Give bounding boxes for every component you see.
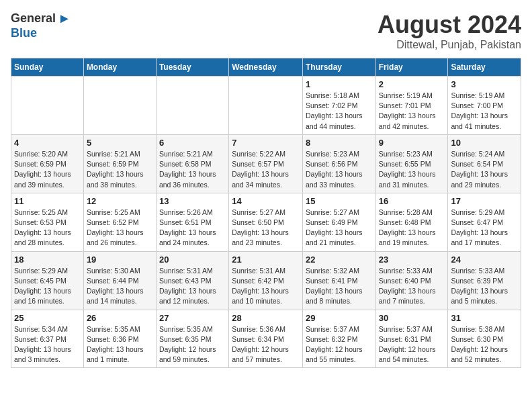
day-info: Sunrise: 5:35 AM Sunset: 6:35 PM Dayligh… (159, 324, 226, 365)
day-number: 20 (159, 255, 226, 265)
calendar-day-cell: 1Sunrise: 5:18 AM Sunset: 7:02 PM Daylig… (302, 77, 375, 135)
day-number: 11 (14, 196, 81, 206)
day-info: Sunrise: 5:29 AM Sunset: 6:47 PM Dayligh… (451, 208, 518, 248)
day-number: 25 (14, 313, 81, 323)
day-number: 6 (159, 138, 226, 148)
calendar-day-cell: 4Sunrise: 5:20 AM Sunset: 6:59 PM Daylig… (11, 134, 84, 193)
day-number: 9 (379, 138, 445, 148)
day-number: 16 (379, 196, 445, 206)
day-info: Sunrise: 5:21 AM Sunset: 6:59 PM Dayligh… (87, 149, 153, 190)
logo-blue-text: Blue (11, 26, 37, 40)
calendar-day-cell: 22Sunrise: 5:32 AM Sunset: 6:41 PM Dayli… (302, 251, 375, 310)
day-number: 23 (379, 255, 445, 265)
day-number: 3 (451, 79, 518, 89)
day-info: Sunrise: 5:20 AM Sunset: 6:59 PM Dayligh… (14, 149, 81, 190)
calendar-day-cell: 11Sunrise: 5:25 AM Sunset: 6:53 PM Dayli… (11, 193, 84, 251)
day-number: 28 (232, 313, 300, 323)
calendar-day-cell: 10Sunrise: 5:24 AM Sunset: 6:54 PM Dayli… (448, 134, 521, 193)
calendar-day-cell: 31Sunrise: 5:38 AM Sunset: 6:30 PM Dayli… (448, 310, 521, 368)
day-info: Sunrise: 5:26 AM Sunset: 6:51 PM Dayligh… (159, 208, 226, 248)
calendar-day-cell: 28Sunrise: 5:36 AM Sunset: 6:34 PM Dayli… (229, 310, 303, 368)
day-info: Sunrise: 5:27 AM Sunset: 6:49 PM Dayligh… (306, 208, 373, 248)
day-info: Sunrise: 5:23 AM Sunset: 6:56 PM Dayligh… (306, 149, 373, 190)
calendar-day-cell: 27Sunrise: 5:35 AM Sunset: 6:35 PM Dayli… (156, 310, 228, 368)
day-number: 26 (87, 313, 153, 323)
calendar-day-cell: 9Sunrise: 5:23 AM Sunset: 6:55 PM Daylig… (375, 134, 448, 193)
day-info: Sunrise: 5:36 AM Sunset: 6:34 PM Dayligh… (232, 324, 300, 365)
day-info: Sunrise: 5:33 AM Sunset: 6:40 PM Dayligh… (379, 266, 445, 307)
day-number: 29 (306, 313, 373, 323)
day-number: 2 (379, 79, 445, 89)
calendar-week-row: 11Sunrise: 5:25 AM Sunset: 6:53 PM Dayli… (11, 193, 521, 251)
day-number: 7 (232, 138, 300, 148)
calendar-table: Sunday Monday Tuesday Wednesday Thursday… (11, 58, 521, 368)
day-info: Sunrise: 5:22 AM Sunset: 6:57 PM Dayligh… (232, 149, 300, 190)
day-info: Sunrise: 5:29 AM Sunset: 6:45 PM Dayligh… (14, 266, 81, 307)
day-number: 15 (306, 196, 373, 206)
location: Dittewal, Punjab, Pakistan (378, 39, 521, 51)
day-number: 10 (451, 138, 518, 148)
calendar-week-row: 25Sunrise: 5:34 AM Sunset: 6:37 PM Dayli… (11, 310, 521, 368)
day-info: Sunrise: 5:18 AM Sunset: 7:02 PM Dayligh… (306, 91, 373, 132)
calendar-header-row: Sunday Monday Tuesday Wednesday Thursday… (11, 58, 521, 77)
calendar-day-cell: 3Sunrise: 5:19 AM Sunset: 7:00 PM Daylig… (448, 77, 521, 135)
page-header: General ► Blue August 2024 Dittewal, Pun… (11, 11, 521, 51)
calendar-day-cell (11, 77, 84, 135)
day-number: 22 (306, 255, 373, 265)
day-info: Sunrise: 5:35 AM Sunset: 6:36 PM Dayligh… (87, 324, 153, 365)
day-number: 31 (451, 313, 518, 323)
day-number: 30 (379, 313, 445, 323)
header-sunday: Sunday (11, 58, 84, 77)
calendar-day-cell: 25Sunrise: 5:34 AM Sunset: 6:37 PM Dayli… (11, 310, 84, 368)
header-wednesday: Wednesday (229, 58, 303, 77)
calendar-day-cell: 18Sunrise: 5:29 AM Sunset: 6:45 PM Dayli… (11, 251, 84, 310)
day-info: Sunrise: 5:37 AM Sunset: 6:32 PM Dayligh… (306, 324, 373, 365)
logo-general: General (11, 11, 56, 26)
day-number: 27 (159, 313, 226, 323)
calendar-day-cell: 6Sunrise: 5:21 AM Sunset: 6:58 PM Daylig… (156, 134, 228, 193)
calendar-day-cell: 7Sunrise: 5:22 AM Sunset: 6:57 PM Daylig… (229, 134, 303, 193)
calendar-day-cell (83, 77, 156, 135)
calendar-week-row: 4Sunrise: 5:20 AM Sunset: 6:59 PM Daylig… (11, 134, 521, 193)
calendar-day-cell: 29Sunrise: 5:37 AM Sunset: 6:32 PM Dayli… (302, 310, 375, 368)
day-info: Sunrise: 5:38 AM Sunset: 6:30 PM Dayligh… (451, 324, 518, 365)
day-number: 24 (451, 255, 518, 265)
day-number: 14 (232, 196, 300, 206)
calendar-day-cell: 15Sunrise: 5:27 AM Sunset: 6:49 PM Dayli… (302, 193, 375, 251)
day-info: Sunrise: 5:31 AM Sunset: 6:42 PM Dayligh… (232, 266, 300, 307)
calendar-day-cell: 16Sunrise: 5:28 AM Sunset: 6:48 PM Dayli… (375, 193, 448, 251)
day-info: Sunrise: 5:32 AM Sunset: 6:41 PM Dayligh… (306, 266, 373, 307)
calendar-day-cell: 14Sunrise: 5:27 AM Sunset: 6:50 PM Dayli… (229, 193, 303, 251)
day-info: Sunrise: 5:30 AM Sunset: 6:44 PM Dayligh… (87, 266, 153, 307)
header-tuesday: Tuesday (156, 58, 228, 77)
header-thursday: Thursday (302, 58, 375, 77)
day-info: Sunrise: 5:21 AM Sunset: 6:58 PM Dayligh… (159, 149, 226, 190)
calendar-day-cell: 5Sunrise: 5:21 AM Sunset: 6:59 PM Daylig… (83, 134, 156, 193)
day-number: 19 (87, 255, 153, 265)
calendar-day-cell: 12Sunrise: 5:25 AM Sunset: 6:52 PM Dayli… (83, 193, 156, 251)
day-info: Sunrise: 5:25 AM Sunset: 6:53 PM Dayligh… (14, 208, 81, 248)
calendar-day-cell: 8Sunrise: 5:23 AM Sunset: 6:56 PM Daylig… (302, 134, 375, 193)
day-info: Sunrise: 5:24 AM Sunset: 6:54 PM Dayligh… (451, 149, 518, 190)
day-number: 5 (87, 138, 153, 148)
day-number: 12 (87, 196, 153, 206)
calendar-day-cell: 17Sunrise: 5:29 AM Sunset: 6:47 PM Dayli… (448, 193, 521, 251)
calendar-day-cell: 20Sunrise: 5:31 AM Sunset: 6:43 PM Dayli… (156, 251, 228, 310)
day-info: Sunrise: 5:31 AM Sunset: 6:43 PM Dayligh… (159, 266, 226, 307)
calendar-day-cell: 2Sunrise: 5:19 AM Sunset: 7:01 PM Daylig… (375, 77, 448, 135)
title-area: August 2024 Dittewal, Punjab, Pakistan (378, 11, 521, 51)
day-info: Sunrise: 5:37 AM Sunset: 6:31 PM Dayligh… (379, 324, 445, 365)
header-monday: Monday (83, 58, 156, 77)
day-number: 18 (14, 255, 81, 265)
day-number: 17 (451, 196, 518, 206)
calendar-day-cell (229, 77, 303, 135)
logo-bird-icon: ► (58, 11, 71, 26)
header-saturday: Saturday (448, 58, 521, 77)
calendar-day-cell: 30Sunrise: 5:37 AM Sunset: 6:31 PM Dayli… (375, 310, 448, 368)
calendar-day-cell: 26Sunrise: 5:35 AM Sunset: 6:36 PM Dayli… (83, 310, 156, 368)
day-info: Sunrise: 5:23 AM Sunset: 6:55 PM Dayligh… (379, 149, 445, 190)
logo: General ► Blue (11, 11, 71, 40)
day-info: Sunrise: 5:25 AM Sunset: 6:52 PM Dayligh… (87, 208, 153, 248)
header-friday: Friday (375, 58, 448, 77)
day-number: 4 (14, 138, 81, 148)
